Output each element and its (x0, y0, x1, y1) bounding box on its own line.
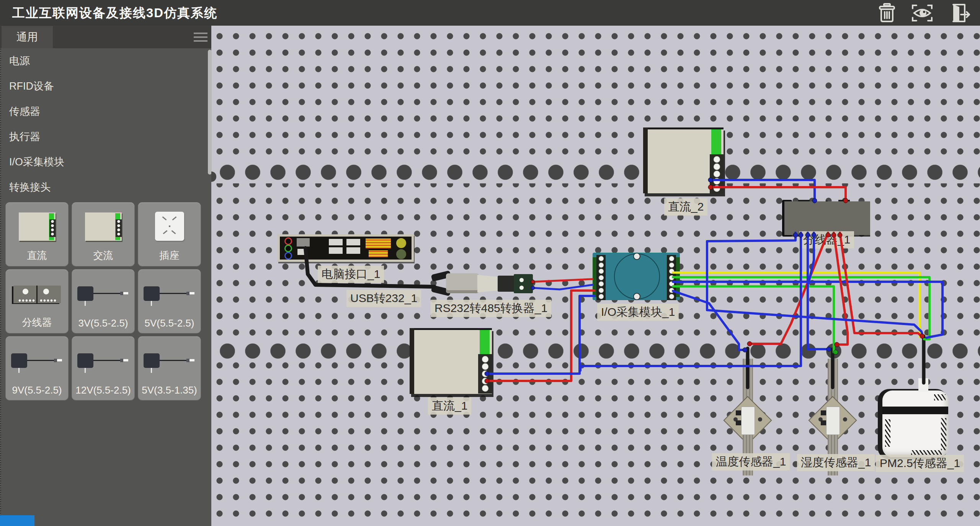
io-screw (633, 253, 640, 260)
device-label: 直流_2 (664, 198, 707, 216)
psu-terminal-block (710, 154, 724, 194)
tile-adapter-3v[interactable]: 3V(5.5-2.5) (72, 270, 134, 333)
device-label: USB转232_1 (346, 290, 421, 307)
usb-port (346, 247, 360, 254)
sidebar-tab-bar: 通用 (0, 26, 211, 48)
tab-general[interactable]: 通用 (2, 26, 53, 48)
usb-port (329, 239, 343, 245)
app-window: 直流_2 分线器_1 电脑接口_1 USB转232_1 RS232转485转换器… (0, 0, 980, 526)
app-title: 工业互联网设备及接线3D仿真系统 (12, 5, 217, 22)
db9-connector (498, 276, 515, 292)
splitter-body (784, 201, 870, 235)
io-terminal-edge (676, 257, 680, 297)
device-rs232-485-converter-1[interactable] (431, 272, 539, 296)
menu-item-io-module[interactable]: I/O采集模块 (0, 149, 211, 175)
audio-jack-red (284, 237, 292, 245)
large-hole-row (211, 340, 980, 362)
tile-adapter-12v[interactable]: 12V(5.5-2.5) (72, 337, 134, 400)
view-eye-icon[interactable] (910, 3, 934, 23)
device-label: 分线器_1 (799, 231, 854, 248)
audio-jack-blue (284, 252, 292, 260)
adapter-screw (519, 286, 524, 290)
device-label: 直流_1 (428, 397, 471, 415)
usb-port (297, 238, 310, 247)
component-sidebar: 通用 电源 RFID设备 传感器 执行器 I/O采集模块 转换接头 直流 交流 (0, 26, 211, 526)
title-bar: 工业互联网设备及接线3D仿真系统 (0, 0, 980, 26)
large-hole-row (211, 161, 980, 183)
usb-port (297, 249, 307, 255)
hamburger-menu-icon[interactable] (194, 33, 207, 42)
io-terminal-right (667, 255, 676, 300)
device-pc-interface-1[interactable] (278, 234, 414, 262)
category-menu: 电源 RFID设备 传感器 执行器 I/O采集模块 转换接头 (0, 48, 211, 200)
usb-port (329, 247, 343, 254)
tile-adapter-9v[interactable]: 9V(5.5-2.5) (6, 337, 68, 400)
menu-item-adapter[interactable]: 转换接头 (0, 175, 211, 200)
menu-item-sensor[interactable]: 传感器 (0, 99, 211, 124)
bottom-left-blue-strip (0, 515, 34, 526)
usb-port (346, 239, 360, 245)
rs485-adapter (514, 274, 533, 293)
menu-item-power[interactable]: 电源 (0, 48, 211, 74)
adapter-screw (519, 278, 524, 282)
menu-item-actuator[interactable]: 执行器 (0, 124, 211, 149)
device-dc-power-1[interactable] (410, 328, 492, 394)
device-dc-power-2[interactable] (643, 127, 724, 193)
device-label: 电脑接口_1 (318, 266, 384, 283)
trash-icon[interactable] (875, 3, 899, 23)
tile-splitter[interactable]: 分线器 (6, 270, 68, 333)
device-label: 湿度传感器_1 (797, 454, 875, 471)
device-label: I/O采集模块_1 (597, 304, 679, 321)
exit-door-icon[interactable] (948, 3, 972, 23)
io-module-circle (614, 253, 660, 299)
device-label: RS232转485转换器_1 (431, 300, 551, 317)
db9-flange (477, 275, 500, 292)
audio-jack-green (284, 245, 292, 252)
menu-item-rfid[interactable]: RFID设备 (0, 74, 211, 99)
psu-terminal-block (478, 354, 492, 394)
io-terminal-left (596, 255, 606, 300)
sidebar-scrollbar[interactable] (208, 50, 212, 175)
tile-dc-power[interactable]: 直流 (6, 203, 68, 266)
tile-ac-power[interactable]: 交流 (72, 203, 134, 266)
yellow-sticker (369, 250, 388, 257)
io-screw (633, 293, 640, 300)
tile-adapter-5v[interactable]: 5V(5.5-2.5) (138, 270, 201, 333)
io-terminal-edge (593, 257, 596, 297)
tile-adapter-5v-slim[interactable]: 5V(3.5-1.35) (138, 337, 201, 400)
device-label: 温度传感器_1 (712, 453, 790, 470)
tile-socket[interactable]: 插座 (138, 203, 201, 266)
yellow-sticker (366, 238, 391, 248)
db9-shell (446, 273, 479, 293)
round-port-green (396, 249, 406, 259)
round-port-yellow (396, 238, 406, 248)
device-label: PM2.5传感器_1 (876, 455, 964, 472)
